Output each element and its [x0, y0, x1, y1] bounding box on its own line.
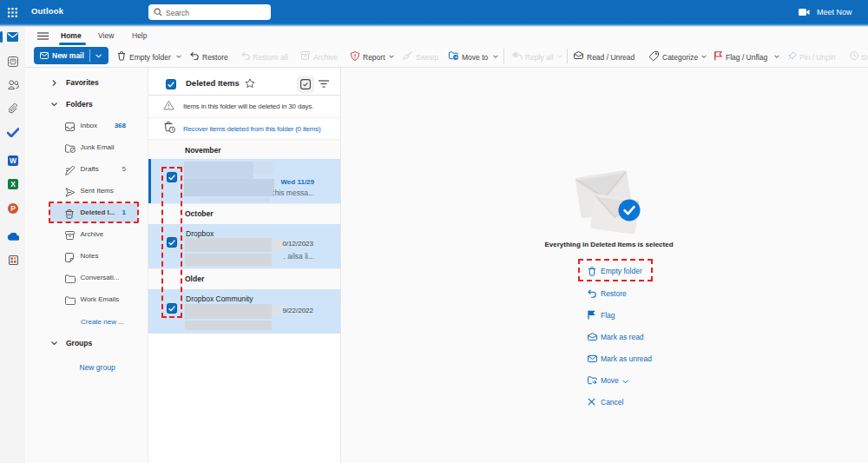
svg-text:W: W — [9, 156, 16, 165]
svg-text:X: X — [10, 180, 16, 189]
svg-text:P: P — [10, 204, 16, 213]
